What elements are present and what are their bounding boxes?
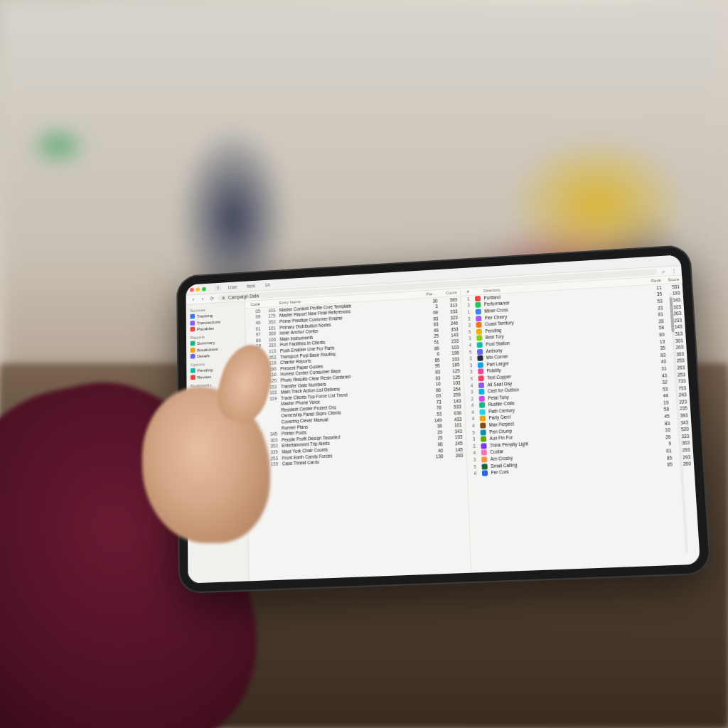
row-cell: 383	[440, 297, 457, 303]
row-cell: 101	[445, 422, 462, 428]
pane-left: Code Entry Name Parent Count 05103Master…	[245, 289, 471, 581]
address-prefix: a	[223, 295, 225, 300]
row-index: 3	[464, 316, 474, 322]
row-cell: 103	[442, 344, 459, 350]
row-cell: 43	[655, 359, 668, 365]
row-cell: 3	[427, 304, 441, 309]
row-cell: 49	[427, 328, 441, 333]
row-index: 3	[466, 376, 476, 382]
row-cell: 53	[651, 298, 665, 304]
folder-icon	[191, 341, 196, 346]
row-cell: 175	[263, 314, 279, 319]
row-icon-cell	[473, 296, 481, 301]
tab[interactable]: User	[225, 284, 240, 291]
app-icon	[476, 348, 482, 354]
row-cell: 53	[430, 411, 444, 417]
row-cell: 313	[441, 303, 458, 309]
row-cell: 63	[429, 393, 444, 399]
row-icon-cell	[476, 362, 484, 368]
back-button[interactable]: ‹	[190, 297, 196, 302]
col-header[interactable]: Score	[663, 277, 680, 282]
app-icon	[480, 422, 486, 428]
app-icon	[479, 416, 485, 422]
col-header[interactable]	[473, 289, 481, 293]
app-icon	[478, 389, 484, 395]
folder-icon	[191, 375, 196, 380]
row-icon-cell	[475, 342, 483, 348]
app-icon	[476, 316, 481, 321]
tab-strip: f User Item 14	[215, 282, 272, 291]
tab[interactable]: Item	[244, 282, 258, 289]
row-cell: 101	[263, 325, 279, 331]
row-icon-cell	[479, 450, 488, 456]
row-index: 3	[470, 457, 480, 464]
row-cell: 125	[443, 374, 460, 380]
row-icon-cell	[479, 443, 488, 449]
col-header[interactable]: Code	[248, 301, 263, 306]
row-icon-cell	[476, 382, 485, 388]
row-cell: 353	[263, 319, 279, 325]
tab[interactable]: f	[215, 285, 221, 291]
row-cell: 85	[661, 462, 675, 469]
col-header[interactable]: Count	[440, 290, 457, 295]
row-cell: 533	[444, 405, 461, 410]
row-index: 4	[470, 471, 480, 477]
tab[interactable]: 14	[262, 282, 273, 288]
sidebar-item-label: Breakdown	[197, 346, 218, 352]
row-icon-cell	[480, 464, 488, 470]
app-icon	[479, 409, 485, 414]
row-cell: 433	[444, 417, 461, 422]
row-cell: 26	[660, 434, 673, 441]
row-cell: 61	[248, 326, 263, 331]
app-icon	[476, 342, 482, 348]
row-index: 4	[468, 410, 478, 416]
row-icon-cell	[474, 322, 483, 328]
row-icon-cell	[476, 375, 485, 381]
row-cell: 185	[443, 363, 460, 368]
row-cell: 10	[429, 381, 444, 387]
row-cell: 83	[427, 321, 441, 327]
col-header[interactable]: Parent	[426, 291, 440, 296]
row-cell: 29	[431, 429, 445, 435]
col-header[interactable]	[263, 301, 279, 306]
row-index: 1	[464, 309, 473, 316]
maximize-icon[interactable]	[202, 287, 206, 291]
row-index: 4	[468, 416, 478, 422]
row-cell: 11	[651, 285, 664, 291]
app-icon	[481, 456, 487, 462]
minimize-icon[interactable]	[196, 287, 200, 291]
row-cell: 145	[446, 446, 463, 452]
row-index: 3	[464, 323, 474, 329]
row-cell: 80	[432, 441, 446, 447]
row-cell: 143	[444, 398, 461, 404]
row-icon-cell	[473, 302, 482, 308]
row-cell: 40	[432, 448, 446, 454]
row-cell: 198	[442, 350, 459, 356]
row-cell: 103	[443, 380, 460, 386]
close-icon[interactable]	[190, 287, 194, 291]
row-cell	[264, 402, 281, 407]
row-icon-cell	[475, 348, 483, 354]
app-icon	[476, 322, 481, 328]
col-header[interactable]: Rank	[650, 278, 663, 283]
row-icon-cell	[477, 395, 486, 402]
folder-icon	[190, 314, 195, 319]
col-header[interactable]: #	[463, 289, 473, 294]
row-cell: 83	[653, 332, 667, 338]
forward-button[interactable]: ›	[199, 296, 206, 301]
refresh-icon[interactable]: ⟳	[209, 296, 216, 301]
row-index: 4	[468, 402, 478, 409]
row-icon-cell	[478, 416, 486, 422]
menu-icon[interactable]: ⋮	[670, 268, 678, 274]
app-icon	[481, 471, 487, 476]
row-cell: 6	[428, 351, 442, 357]
row-cell	[264, 414, 281, 419]
row-cell: 333	[264, 343, 280, 348]
app-icon	[481, 464, 487, 469]
row-cell: 30	[427, 298, 441, 304]
sidebar-item-label: Payables	[197, 326, 214, 331]
row-cell: 283	[446, 453, 463, 459]
row-index: 4	[465, 343, 475, 349]
row-index: 3	[469, 444, 479, 450]
search-icon[interactable]: ⌕	[660, 269, 668, 274]
